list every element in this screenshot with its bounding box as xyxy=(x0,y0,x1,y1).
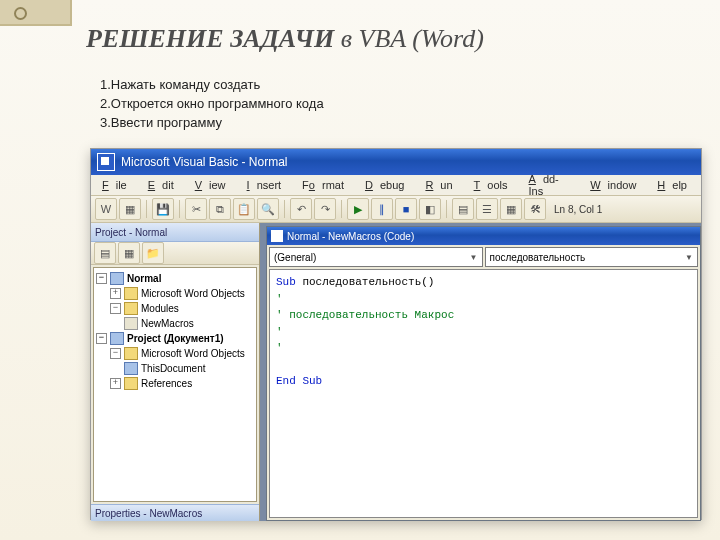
cursor-position: Ln 8, Col 1 xyxy=(548,204,602,215)
tree-thisdocument[interactable]: ThisDocument xyxy=(96,361,254,376)
menu-tools[interactable]: Tools xyxy=(467,177,522,193)
code-editor[interactable]: Sub последовательность() ' ' последовате… xyxy=(269,269,698,518)
view-object-button[interactable]: ▦ xyxy=(118,242,140,264)
project-explorer-title[interactable]: Project - Normal xyxy=(91,223,259,242)
menu-help[interactable]: Help xyxy=(650,177,701,193)
code-window: Normal - NewMacros (Code) (General)▼ пос… xyxy=(266,226,701,521)
word-icon[interactable]: W xyxy=(95,198,117,220)
view-code-button[interactable]: ▤ xyxy=(94,242,116,264)
chevron-down-icon: ▼ xyxy=(685,253,693,262)
left-panels: Project - Normal ▤ ▦ 📁 −Normal +Microsof… xyxy=(91,223,260,521)
project-tree[interactable]: −Normal +Microsoft Word Objects −Modules… xyxy=(93,267,257,502)
slide-title: РЕШЕНИЕ ЗАДАЧИ в VBA (Word) xyxy=(86,24,484,54)
window-title: Microsoft Visual Basic - Normal xyxy=(121,155,288,169)
stop-button[interactable]: ■ xyxy=(395,198,417,220)
code-window-title: Normal - NewMacros (Code) xyxy=(287,231,414,242)
code-window-titlebar[interactable]: Normal - NewMacros (Code) xyxy=(267,227,700,245)
toggle-folders-button[interactable]: 📁 xyxy=(142,242,164,264)
menu-insert[interactable]: Insert xyxy=(240,177,296,193)
mdi-area: Normal - NewMacros (Code) (General)▼ пос… xyxy=(260,223,701,521)
tree-references[interactable]: +References xyxy=(96,376,254,391)
app-icon xyxy=(97,153,115,171)
chevron-down-icon: ▼ xyxy=(470,253,478,262)
tree-project-doc[interactable]: −Project (Документ1) xyxy=(96,331,254,346)
module-icon xyxy=(271,230,283,242)
menu-format[interactable]: Format xyxy=(295,177,358,193)
procedure-dropdown[interactable]: последовательность▼ xyxy=(485,247,699,267)
save-button[interactable]: 💾 xyxy=(152,198,174,220)
properties-button[interactable]: ☰ xyxy=(476,198,498,220)
menu-run[interactable]: Run xyxy=(418,177,466,193)
paste-button[interactable]: 📋 xyxy=(233,198,255,220)
menu-window[interactable]: Window xyxy=(583,177,650,193)
window-titlebar[interactable]: Microsoft Visual Basic - Normal xyxy=(91,149,701,175)
pause-button[interactable]: ∥ xyxy=(371,198,393,220)
properties-panel-title[interactable]: Properties - NewMacros xyxy=(91,504,259,521)
redo-button[interactable]: ↷ xyxy=(314,198,336,220)
menu-addins[interactable]: Add-Ins xyxy=(522,171,584,199)
menu-file[interactable]: File xyxy=(95,177,141,193)
code-selectors: (General)▼ последовательность▼ xyxy=(267,245,700,269)
run-button[interactable]: ▶ xyxy=(347,198,369,220)
design-mode-button[interactable]: ◧ xyxy=(419,198,441,220)
tree-newmacros[interactable]: NewMacros xyxy=(96,316,254,331)
undo-button[interactable]: ↶ xyxy=(290,198,312,220)
tree-word-objects-2[interactable]: −Microsoft Word Objects xyxy=(96,346,254,361)
tree-normal[interactable]: −Normal xyxy=(96,271,254,286)
tree-word-objects-1[interactable]: +Microsoft Word Objects xyxy=(96,286,254,301)
copy-button[interactable]: ⧉ xyxy=(209,198,231,220)
vba-ide-window: Microsoft Visual Basic - Normal File Edi… xyxy=(90,148,702,520)
object-dropdown[interactable]: (General)▼ xyxy=(269,247,483,267)
menu-debug[interactable]: Debug xyxy=(358,177,418,193)
slide-corner-decoration xyxy=(0,0,72,26)
cut-button[interactable]: ✂ xyxy=(185,198,207,220)
project-explorer-button[interactable]: ▤ xyxy=(452,198,474,220)
menu-bar[interactable]: File Edit View Insert Format Debug Run T… xyxy=(91,175,701,196)
tree-modules[interactable]: −Modules xyxy=(96,301,254,316)
object-browser-button[interactable]: ▦ xyxy=(500,198,522,220)
toolbox-button[interactable]: 🛠 xyxy=(524,198,546,220)
menu-view[interactable]: View xyxy=(188,177,240,193)
find-button[interactable]: 🔍 xyxy=(257,198,279,220)
insert-module-button[interactable]: ▦ xyxy=(119,198,141,220)
standard-toolbar: W ▦ 💾 ✂ ⧉ 📋 🔍 ↶ ↷ ▶ ∥ ■ ◧ ▤ ☰ ▦ 🛠 Ln 8, … xyxy=(91,196,701,223)
project-explorer-toolbar: ▤ ▦ 📁 xyxy=(91,242,259,265)
instruction-steps: 1.Нажать команду создать 2.Откроется окн… xyxy=(100,76,324,133)
menu-edit[interactable]: Edit xyxy=(141,177,188,193)
